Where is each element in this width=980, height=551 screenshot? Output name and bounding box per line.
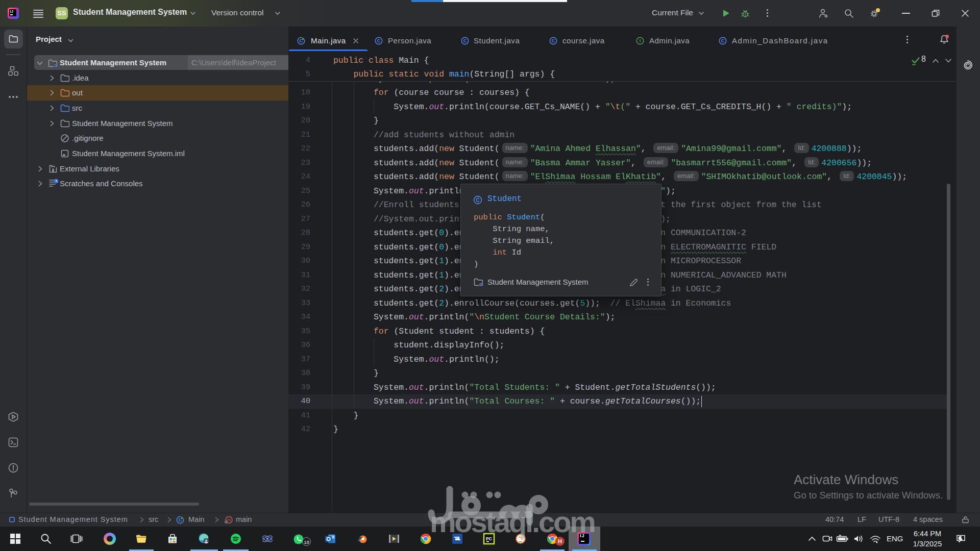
svg-text:C: C — [476, 197, 479, 203]
svg-text:C: C — [721, 38, 725, 43]
svg-text:C: C — [552, 38, 555, 43]
svg-text:C: C — [463, 38, 467, 43]
svg-text:C: C — [377, 38, 381, 43]
svg-text:I: I — [640, 38, 641, 43]
